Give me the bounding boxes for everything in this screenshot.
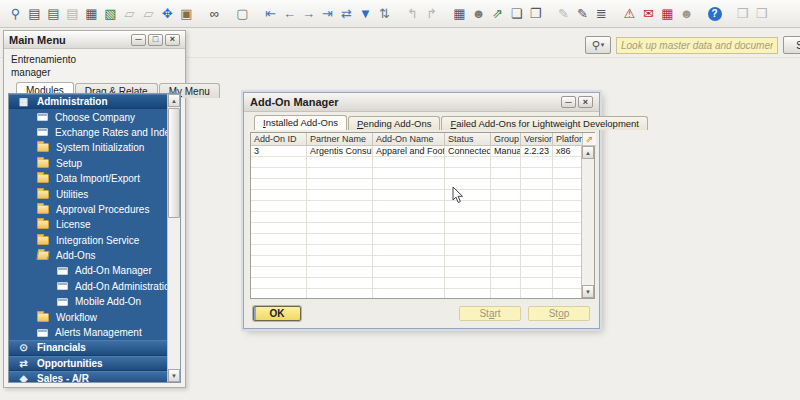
tab-pending-add-ons[interactable]: Pending Add-Ons — [348, 116, 440, 130]
employee-icon[interactable]: ☻ — [677, 4, 696, 24]
tree-item-exchange-rates-and-indexes[interactable]: Exchange Rates and Indexes — [9, 125, 167, 140]
minimize-button[interactable]: ─ — [131, 34, 146, 46]
grid-expand-icon[interactable]: ⇗ — [583, 133, 596, 146]
dialog-close-button[interactable]: × — [578, 96, 593, 108]
table-empty-row[interactable] — [251, 179, 581, 190]
tab-installed-add-ons[interactable]: Installed Add-Ons — [254, 115, 347, 130]
tree-scrollbar[interactable]: ▲ ▼ — [167, 94, 180, 382]
export-pdf-icon[interactable]: ▱ — [120, 4, 139, 24]
table-empty-row[interactable] — [251, 223, 581, 234]
table-empty-row[interactable] — [251, 190, 581, 201]
edit-disabled-icon[interactable]: ✎ — [554, 4, 573, 24]
close-button[interactable]: × — [165, 34, 180, 46]
column-header-status[interactable]: Status — [445, 133, 491, 146]
window-b-disabled-icon[interactable]: ❒ — [752, 4, 771, 24]
column-header-add-on-name[interactable]: Add-On Name — [373, 133, 445, 146]
tree-item-workflow[interactable]: Workflow — [9, 309, 167, 324]
tree-item-approval-procedures[interactable]: Approval Procedures — [9, 202, 167, 217]
module-header-financials[interactable]: ⊙Financials — [9, 340, 167, 355]
tab-failed-add-ons[interactable]: Failed Add-Ons for Lightweight Developme… — [441, 116, 648, 130]
add-record-icon[interactable]: ▢ — [233, 4, 252, 24]
sort-icon[interactable]: ⇅ — [375, 4, 394, 24]
print-layout-icon[interactable]: ▦ — [82, 4, 101, 24]
scroll-down-icon[interactable]: ▼ — [168, 369, 180, 382]
printer-disabled-icon[interactable]: ▤ — [63, 4, 82, 24]
calendar-icon[interactable]: ▦ — [658, 4, 677, 24]
refresh-record-icon[interactable]: ⇄ — [337, 4, 356, 24]
mail-alert-icon[interactable]: ✉ — [639, 4, 658, 24]
export-excel-icon[interactable]: ▧ — [101, 4, 120, 24]
table-scrollbar[interactable]: ▲ ▼ — [581, 146, 594, 298]
previous-record-icon[interactable]: ← — [280, 4, 299, 24]
move-window-icon[interactable]: ✥ — [158, 4, 177, 24]
table-empty-row[interactable] — [251, 157, 581, 168]
tree-item-mobile-add-on[interactable]: Mobile Add-On — [9, 294, 167, 309]
dialog-minimize-button[interactable]: ─ — [561, 96, 576, 108]
search-input[interactable] — [616, 37, 778, 54]
table-empty-row[interactable] — [251, 278, 581, 289]
table-empty-row[interactable] — [251, 267, 581, 278]
table-empty-row[interactable] — [251, 245, 581, 256]
tree-item-add-on-manager[interactable]: Add-On Manager — [9, 263, 167, 278]
tree-item-choose-company[interactable]: Choose Company — [9, 109, 167, 124]
table-scroll-up-icon[interactable]: ▲ — [582, 146, 594, 159]
table-empty-row[interactable] — [251, 289, 581, 298]
tree-item-utilities[interactable]: Utilities — [9, 186, 167, 201]
journal-posting-icon[interactable]: ⇗ — [488, 4, 507, 24]
module-header-opportunities[interactable]: ⇄Opportunities — [9, 356, 167, 371]
tree-item-data-import-export[interactable]: Data Import/Export — [9, 171, 167, 186]
export-word-icon[interactable]: ▱ — [139, 4, 158, 24]
module-header-administration[interactable]: ▦Administration — [9, 94, 167, 109]
tree-item-setup[interactable]: Setup — [9, 156, 167, 171]
lock-screen-icon[interactable]: ▣ — [177, 4, 196, 24]
form-settings-icon[interactable]: ▦ — [450, 4, 469, 24]
alerts-icon[interactable]: ⚠ — [620, 4, 639, 24]
table-row[interactable]: 3Argentis ConsultingApparel and Footwear… — [251, 146, 581, 157]
column-header-platform[interactable]: Platform — [553, 133, 583, 146]
window-a-disabled-icon[interactable]: ❒ — [733, 4, 752, 24]
addon-manager-titlebar[interactable]: Add-On Manager ─ × — [244, 93, 599, 112]
scroll-up-icon[interactable]: ▲ — [168, 94, 180, 107]
payment-wizard-icon[interactable]: ☻ — [469, 4, 488, 24]
account-lookup-icon[interactable]: ❐ — [526, 4, 545, 24]
next-record-icon[interactable]: → — [299, 4, 318, 24]
print-icon[interactable]: ▤ — [25, 4, 44, 24]
print-preview-icon[interactable]: ⚲ — [6, 4, 25, 24]
tree-item-add-on-administration[interactable]: Add-On Administration — [9, 279, 167, 294]
tree-item-system-initialization[interactable]: System Initialization — [9, 140, 167, 155]
main-menu-titlebar[interactable]: Main Menu ─ □ × — [4, 31, 185, 49]
print-sequence-icon[interactable]: ▤ — [44, 4, 63, 24]
document-edit-icon[interactable]: ✎ — [573, 4, 592, 24]
next-doc-icon[interactable]: ↱ — [422, 4, 441, 24]
previous-doc-icon[interactable]: ↰ — [403, 4, 422, 24]
table-empty-row[interactable] — [251, 201, 581, 212]
filter-icon[interactable]: ▼ — [356, 4, 375, 24]
column-header-partner-name[interactable]: Partner Name — [307, 133, 373, 146]
search-type-button[interactable]: ⚲ ▾ — [585, 36, 611, 54]
search-button[interactable]: Search — [783, 36, 800, 54]
column-header-version[interactable]: Version — [521, 133, 553, 146]
column-header-group[interactable]: Group — [491, 133, 521, 146]
table-scroll-down-icon[interactable]: ▼ — [582, 285, 594, 298]
tree-item-integration-service[interactable]: Integration Service — [9, 233, 167, 248]
notes-icon[interactable]: ≣ — [592, 4, 611, 24]
table-empty-row[interactable] — [251, 212, 581, 223]
find-icon[interactable]: ∞ — [205, 4, 224, 24]
tree-item-add-ons[interactable]: Add-Ons — [9, 248, 167, 263]
tree-item-alerts-management[interactable]: Alerts Management — [9, 325, 167, 340]
first-record-icon[interactable]: ⇤ — [261, 4, 280, 24]
table-empty-row[interactable] — [251, 256, 581, 267]
table-empty-row[interactable] — [251, 168, 581, 179]
module-header-sales-a-r[interactable]: ◆Sales - A/R — [9, 371, 167, 382]
table-empty-row[interactable] — [251, 234, 581, 245]
scroll-thumb[interactable] — [168, 108, 180, 218]
ok-button[interactable]: OK — [253, 306, 301, 321]
help-icon[interactable]: ? — [705, 4, 724, 24]
chart-of-accounts-icon[interactable]: ❏ — [507, 4, 526, 24]
stop-button[interactable]: Stop — [528, 306, 590, 321]
tree-item-license[interactable]: License — [9, 217, 167, 232]
maximize-button[interactable]: □ — [148, 34, 163, 46]
last-record-icon[interactable]: ⇥ — [318, 4, 337, 24]
start-button[interactable]: Start — [459, 306, 521, 321]
column-header-add-on-id[interactable]: Add-On ID — [251, 133, 307, 146]
